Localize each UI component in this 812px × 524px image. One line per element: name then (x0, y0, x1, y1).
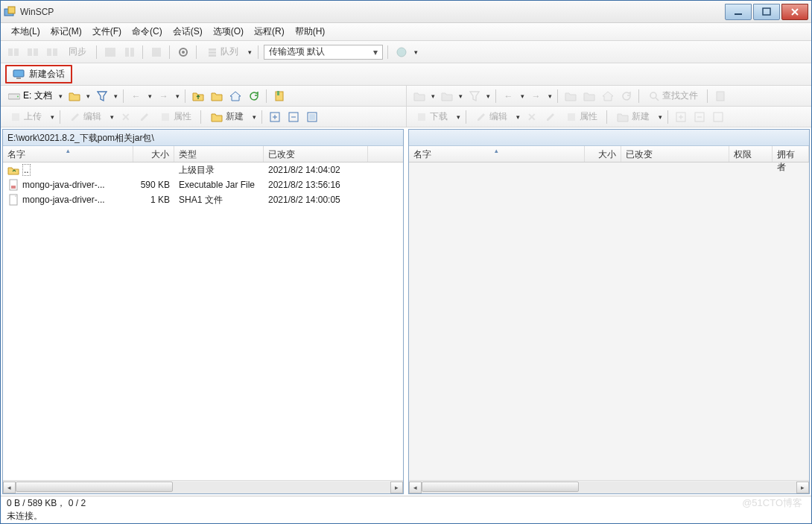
scroll-thumb[interactable] (16, 482, 173, 492)
close-button[interactable] (781, 4, 808, 20)
folder-dd: ▾ (457, 92, 464, 100)
scroll-track[interactable] (16, 482, 390, 493)
scroll-right-icon[interactable]: ▸ (390, 482, 403, 493)
svg-rect-13 (152, 48, 161, 57)
menu-command[interactable]: 命令(C) (127, 24, 167, 40)
file-modified: 2021/8/2 14:04:02 (264, 165, 368, 175)
window-controls (723, 4, 808, 20)
queue-button: 队列 (202, 44, 244, 60)
col-header-owner-r[interactable]: 拥有者 (773, 146, 809, 162)
download-dd: ▾ (455, 113, 462, 121)
main-toolbar: 同步 队列 ▾ 传输选项 默认 ▾ ▾ (1, 41, 811, 63)
minimize-button[interactable] (725, 4, 752, 20)
delete-icon: ✕ (118, 109, 134, 125)
col-header-name[interactable]: 名字 (3, 146, 133, 162)
globe-icon (393, 44, 410, 60)
edit-dd: ▾ (109, 113, 115, 121)
menu-session[interactable]: 会话(S) (168, 24, 207, 40)
bookmark-icon[interactable] (271, 88, 288, 104)
col-header-size-r[interactable]: 大小 (585, 146, 621, 162)
select-none-icon[interactable] (285, 109, 302, 125)
remote-hscroll[interactable]: ◂ ▸ (409, 480, 809, 493)
local-grid-body[interactable]: ..上级目录2021/8/2 14:04:02mongo-java-driver… (3, 162, 403, 480)
invert-selection-icon[interactable] (304, 109, 320, 125)
menu-remote[interactable]: 远程(R) (250, 24, 289, 40)
col-header-type[interactable]: 类型 (174, 146, 264, 162)
drive-icon (8, 92, 20, 101)
rename-icon-r (542, 109, 559, 125)
local-hscroll[interactable]: ◂ ▸ (3, 480, 403, 493)
col-header-name-r[interactable]: 名字 (409, 146, 585, 162)
col-header-modified-r[interactable]: 已改变 (621, 146, 729, 162)
chevron-down-icon: ▾ (373, 47, 378, 57)
folder-dd[interactable]: ▾ (85, 92, 92, 100)
nav-toolbar-right: ▾ ▾ ▾ ←▾ →▾ 查找文件 (407, 86, 812, 107)
menu-options[interactable]: 选项(O) (209, 24, 248, 40)
delete-icon-r: ✕ (524, 109, 540, 125)
scroll-thumb[interactable] (422, 482, 579, 492)
drive-dropdown-left[interactable]: ▾ (57, 92, 64, 100)
fwd-dd: ▾ (547, 92, 554, 100)
bookmark-icon (712, 88, 729, 104)
new-dd[interactable]: ▾ (251, 113, 258, 121)
globe-dropdown[interactable]: ▾ (413, 48, 419, 56)
svg-rect-25 (277, 91, 279, 95)
col-header-size[interactable]: 大小 (133, 146, 174, 162)
file-type: Executable Jar File (174, 180, 264, 190)
svg-rect-34 (418, 113, 425, 121)
edit-label-r: 编辑 (489, 110, 507, 123)
filter-dd[interactable]: ▾ (112, 92, 119, 100)
home-icon[interactable] (227, 88, 244, 104)
scroll-left-icon[interactable]: ◂ (409, 482, 422, 493)
menu-help[interactable]: 帮助(H) (291, 24, 330, 40)
gear-icon[interactable] (175, 44, 191, 60)
separator (464, 109, 469, 125)
svg-rect-20 (13, 70, 24, 77)
select-all-icon[interactable] (267, 109, 283, 125)
maximize-button[interactable] (753, 4, 780, 20)
table-row[interactable]: mongo-java-driver-...590 KBExecutable Ja… (3, 177, 403, 192)
transfer-settings-combo[interactable]: 传输选项 默认 ▾ (264, 45, 383, 60)
file-name: mongo-java-driver-... (22, 180, 105, 190)
new-button[interactable]: 新建 (206, 109, 249, 125)
menubar: 本地(L) 标记(M) 文件(F) 命令(C) 会话(S) 选项(O) 远程(R… (1, 23, 811, 41)
file-name: mongo-java-driver-... (22, 195, 105, 205)
refresh-icon[interactable] (246, 88, 262, 104)
svg-rect-27 (717, 92, 724, 101)
nav-toolbar-left: E: 文档 ▾ ▾ ▾ ←▾ →▾ (1, 86, 407, 107)
file-name: .. (22, 164, 31, 176)
table-row[interactable]: mongo-java-driver-...1 KBSHA1 文件2021/8/2… (3, 192, 403, 207)
scroll-left-icon[interactable]: ◂ (3, 482, 16, 493)
svg-rect-7 (34, 48, 38, 56)
svg-point-26 (650, 92, 656, 98)
nav-toolbar-row: E: 文档 ▾ ▾ ▾ ←▾ →▾ ▾ ▾ ▾ ←▾ →▾ (1, 86, 811, 107)
separator (705, 88, 710, 104)
col-header-modified[interactable]: 已改变 (264, 146, 368, 162)
scroll-right-icon[interactable]: ▸ (796, 482, 809, 493)
separator (58, 109, 63, 125)
upload-dd: ▾ (49, 113, 56, 121)
refresh-icon (618, 88, 635, 104)
remote-grid-header: 名字 大小 已改变 权限 拥有者 (409, 146, 809, 162)
scroll-track[interactable] (422, 482, 796, 493)
new-session-button[interactable]: 新建会话 (5, 65, 72, 83)
table-row[interactable]: ..上级目录2021/8/2 14:04:02 (3, 162, 403, 177)
menu-file[interactable]: 文件(F) (88, 24, 126, 40)
menu-local[interactable]: 本地(L) (7, 24, 45, 40)
status-selection: 0 B / 589 KB， 0 / 2 (7, 497, 805, 510)
svg-rect-40 (11, 186, 16, 189)
folder-open-icon[interactable] (66, 88, 83, 104)
col-header-perms-r[interactable]: 权限 (729, 146, 773, 162)
separator (494, 88, 498, 104)
queue-dropdown[interactable]: ▾ (247, 48, 253, 56)
download-label: 下载 (430, 110, 448, 123)
drive-selector-left[interactable]: E: 文档 (5, 89, 55, 102)
filter-icon[interactable] (94, 88, 110, 104)
folder-root-icon[interactable] (209, 88, 225, 104)
back-dd: ▾ (519, 92, 526, 100)
svg-rect-28 (12, 113, 19, 121)
back-icon: ← (501, 88, 517, 104)
folder-up-icon[interactable] (190, 88, 206, 104)
sync-right-icon (44, 44, 60, 60)
menu-mark[interactable]: 标记(M) (46, 24, 86, 40)
